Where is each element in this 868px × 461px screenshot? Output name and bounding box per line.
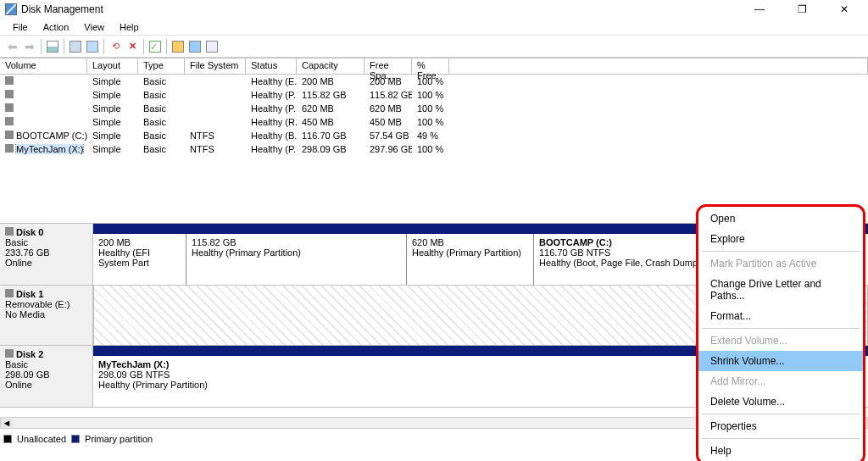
col-spacer bbox=[449, 58, 868, 74]
ctx-properties[interactable]: Properties bbox=[698, 416, 863, 436]
col-filesystem[interactable]: File System bbox=[185, 58, 246, 74]
disk-icon bbox=[5, 289, 14, 297]
volume-icon bbox=[5, 117, 14, 125]
partition[interactable]: 200 MBHealthy (EFI System Part bbox=[93, 234, 186, 285]
volume-icon bbox=[5, 144, 14, 153]
rescan-icon bbox=[86, 41, 98, 53]
volume-row[interactable]: MyTechJam (X:)SimpleBasicNTFSHealthy (P.… bbox=[0, 142, 868, 156]
col-type[interactable]: Type bbox=[138, 58, 185, 74]
volume-row[interactable]: BOOTCAMP (C:)SimpleBasicNTFSHealthy (B..… bbox=[0, 129, 868, 142]
ctx-help[interactable]: Help bbox=[698, 441, 863, 461]
menu-action[interactable]: Action bbox=[36, 22, 77, 32]
menu-view[interactable]: View bbox=[76, 22, 112, 32]
ctx-format[interactable]: Format... bbox=[698, 306, 863, 326]
disk-icon bbox=[5, 349, 14, 358]
action1-button[interactable] bbox=[170, 39, 186, 54]
volume-row[interactable]: SimpleBasicHealthy (E...200 MB200 MB100 … bbox=[0, 75, 868, 88]
detach-vhd-button[interactable]: ✕ bbox=[125, 39, 140, 54]
ctx-add-mirror: Add Mirror... bbox=[698, 371, 863, 392]
volume-row[interactable]: SimpleBasicHealthy (R...450 MB450 MB100 … bbox=[0, 115, 868, 129]
ctx-extend-volume: Extend Volume... bbox=[698, 330, 863, 351]
close-button[interactable]: ✕ bbox=[829, 1, 860, 18]
ctx-shrink-volume[interactable]: Shrink Volume... bbox=[698, 351, 863, 371]
volume-row[interactable]: SimpleBasicHealthy (P...620 MB620 MB100 … bbox=[0, 102, 868, 115]
volume-icon bbox=[5, 90, 14, 98]
legend-unallocated: Unallocated bbox=[17, 434, 66, 444]
action2-button[interactable] bbox=[187, 39, 203, 54]
disk-icon bbox=[189, 41, 201, 53]
check-icon: ✓ bbox=[149, 41, 161, 53]
ctx-open[interactable]: Open bbox=[698, 208, 863, 229]
disk-header[interactable]: Disk 2Basic298.09 GBOnline bbox=[0, 346, 93, 407]
titlebar: Disk Management — ❐ ✕ bbox=[0, 0, 868, 19]
maximize-button[interactable]: ❐ bbox=[787, 1, 817, 18]
rescan-button[interactable] bbox=[85, 39, 100, 54]
back-button[interactable]: ⬅ bbox=[5, 39, 20, 54]
menubar: File Action View Help bbox=[0, 19, 868, 36]
disk-icon bbox=[5, 227, 14, 236]
doc-icon bbox=[172, 41, 184, 53]
forward-button[interactable]: ➡ bbox=[22, 39, 37, 54]
col-free[interactable]: Free Spa... bbox=[364, 58, 412, 74]
refresh-icon bbox=[70, 41, 81, 53]
volume-icon bbox=[5, 76, 14, 85]
volume-list[interactable]: SimpleBasicHealthy (E...200 MB200 MB100 … bbox=[0, 75, 868, 223]
disk-header[interactable]: Disk 1Removable (E:)No Media bbox=[0, 286, 93, 345]
window-title: Disk Management bbox=[21, 3, 744, 15]
ctx-mark-active: Mark Partition as Active bbox=[698, 253, 863, 274]
col-pctfree[interactable]: % Free bbox=[412, 58, 449, 74]
col-status[interactable]: Status bbox=[246, 58, 297, 74]
arrow-left-icon: ⬅ bbox=[8, 40, 18, 53]
app-icon bbox=[5, 3, 17, 15]
context-menu: Open Explore Mark Partition as Active Ch… bbox=[696, 204, 865, 461]
col-volume[interactable]: Volume bbox=[0, 58, 87, 74]
ctx-change-letter[interactable]: Change Drive Letter and Paths... bbox=[698, 274, 863, 306]
volume-icon bbox=[5, 103, 14, 112]
swatch-primary bbox=[71, 435, 80, 443]
action3-button[interactable] bbox=[204, 39, 220, 54]
menu-file[interactable]: File bbox=[5, 22, 36, 32]
partition[interactable]: 620 MBHealthy (Primary Partition) bbox=[407, 234, 534, 285]
col-layout[interactable]: Layout bbox=[87, 58, 138, 74]
volume-icon bbox=[5, 131, 14, 139]
panel-icon bbox=[47, 41, 58, 53]
attach-icon: ⟲ bbox=[112, 41, 120, 52]
disk-header[interactable]: Disk 0Basic233.76 GBOnline bbox=[0, 224, 93, 285]
ctx-explore[interactable]: Explore bbox=[698, 229, 863, 249]
volume-list-header: Volume Layout Type File System Status Ca… bbox=[0, 58, 868, 75]
col-capacity[interactable]: Capacity bbox=[297, 58, 364, 74]
legend: Unallocated Primary partition bbox=[3, 434, 153, 444]
menu-help[interactable]: Help bbox=[112, 22, 147, 32]
x-icon: ✕ bbox=[129, 41, 136, 52]
partition[interactable]: 115.82 GBHealthy (Primary Partition) bbox=[186, 234, 407, 285]
refresh-button[interactable] bbox=[68, 39, 83, 54]
toolbar: ⬅ ➡ ⟲ ✕ ✓ bbox=[0, 36, 868, 58]
swatch-unallocated bbox=[3, 435, 12, 443]
show-hide-button[interactable] bbox=[45, 39, 60, 54]
volume-row[interactable]: SimpleBasicHealthy (P...115.82 GB115.82 … bbox=[0, 88, 868, 102]
legend-primary: Primary partition bbox=[85, 434, 153, 444]
settings-button[interactable]: ✓ bbox=[147, 39, 163, 54]
attach-vhd-button[interactable]: ⟲ bbox=[108, 39, 123, 54]
arrow-right-icon: ➡ bbox=[25, 40, 35, 53]
minimize-button[interactable]: — bbox=[744, 1, 775, 18]
ctx-delete-volume[interactable]: Delete Volume... bbox=[698, 392, 863, 412]
scroll-left-icon[interactable]: ◄ bbox=[1, 418, 13, 428]
list-icon bbox=[206, 41, 218, 53]
